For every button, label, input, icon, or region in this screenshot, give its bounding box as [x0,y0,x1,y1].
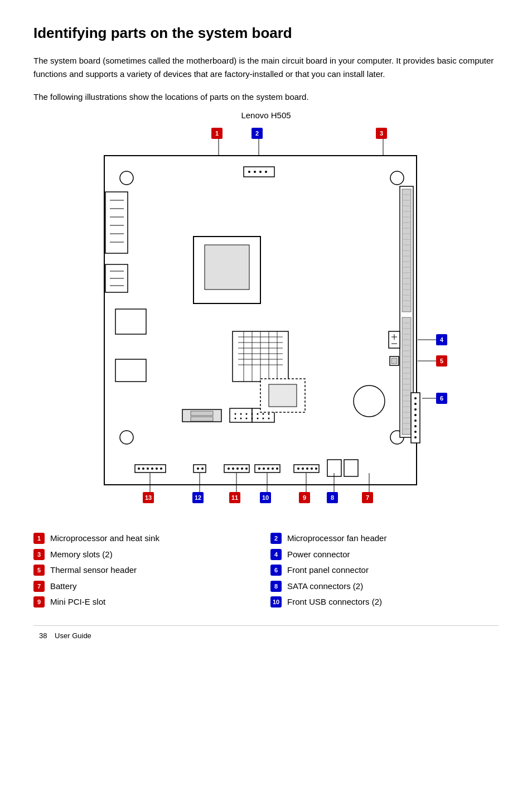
footer: 38 User Guide [33,625,499,642]
svg-point-119 [236,467,239,470]
svg-rect-27 [402,317,411,435]
part-badge-8: 8 [270,581,282,592]
svg-point-142 [414,420,417,422]
part-badge-9: 9 [33,596,45,608]
svg-text:12: 12 [195,494,201,501]
part-item-1: 1 Microprocessor and heat sink [33,532,254,545]
svg-point-104 [263,418,264,420]
svg-point-133 [315,467,317,470]
svg-text:2: 2 [255,130,259,137]
part-item-3: 3 Memory slots (2) [33,548,254,561]
part-label-7: Battery [50,580,77,593]
motherboard-diagram: 1 2 3 4 5 6 13 12 11 [71,125,461,515]
svg-point-111 [156,467,158,470]
svg-point-138 [414,397,417,399]
svg-point-127 [276,467,278,470]
svg-point-20 [254,171,256,173]
svg-rect-17 [115,359,146,382]
svg-point-3 [120,431,133,444]
part-label-3: Memory slots (2) [50,548,113,561]
svg-point-145 [414,436,417,438]
svg-point-94 [246,413,248,415]
part-badge-10: 10 [270,596,282,608]
part-item-4: 4 Power connector [270,548,491,561]
part-badge-1: 1 [33,533,45,544]
svg-point-96 [257,413,259,415]
svg-rect-147 [269,384,297,407]
svg-text:11: 11 [231,494,238,501]
svg-point-132 [311,467,313,470]
svg-rect-24 [205,245,249,290]
page-number: 38 [39,631,47,640]
svg-point-105 [268,418,270,420]
part-item-7: 7 Battery [33,580,254,593]
part-badge-4: 4 [270,549,282,560]
part-label-9: Mini PCI-E slot [50,596,105,609]
svg-point-123 [258,467,260,470]
part-badge-5: 5 [33,565,45,576]
svg-point-141 [414,414,417,416]
svg-text:9: 9 [303,494,306,501]
part-label-6: Front panel connector [287,564,369,577]
svg-point-107 [138,467,140,470]
svg-point-114 [197,467,199,470]
svg-point-108 [142,467,144,470]
svg-point-95 [252,413,253,415]
svg-point-109 [147,467,149,470]
svg-point-118 [232,467,234,470]
part-item-9: 9 Mini PCI-E slot [33,596,254,609]
svg-point-126 [272,467,274,470]
caption-paragraph: The following illustrations show the loc… [33,91,499,104]
svg-text:1: 1 [215,130,219,137]
svg-point-2 [390,171,404,185]
part-label-4: Power connector [287,548,350,561]
part-item-5: 5 Thermal sensor header [33,564,254,577]
svg-rect-88 [191,411,213,416]
svg-text:8: 8 [331,494,334,501]
part-badge-6: 6 [270,565,282,576]
part-item-10: 10 Front USB connectors (2) [270,596,491,609]
part-label-2: Microprocessor fan header [287,532,386,545]
svg-point-92 [235,413,236,415]
svg-point-93 [240,413,242,415]
svg-point-103 [257,418,259,420]
svg-point-99 [235,418,236,420]
svg-point-101 [246,418,248,420]
svg-rect-74 [391,358,397,364]
svg-text:3: 3 [380,130,383,137]
intro-paragraph: The system board (sometimes called the m… [33,54,499,81]
svg-point-19 [248,171,250,173]
svg-rect-5 [105,192,128,253]
svg-point-124 [263,467,265,470]
svg-rect-135 [344,460,358,476]
diagram-title: Lenovo H505 [241,109,291,122]
svg-point-143 [414,425,417,427]
svg-text:6: 6 [440,395,443,402]
svg-point-22 [265,171,267,173]
svg-rect-113 [194,465,206,472]
part-label-1: Microprocessor and heat sink [50,532,159,545]
svg-point-131 [306,467,308,470]
svg-point-130 [302,467,304,470]
page-title: Identifying parts on the system board [33,22,499,44]
svg-rect-89 [191,417,213,421]
svg-point-98 [268,413,270,415]
part-item-2: 2 Microprocessor fan header [270,532,491,545]
svg-point-117 [228,467,230,470]
svg-point-129 [297,467,299,470]
svg-point-112 [160,467,162,470]
guide-label: User Guide [55,631,91,640]
svg-point-97 [263,413,264,415]
part-label-8: SATA connectors (2) [287,580,363,593]
svg-point-21 [259,171,262,173]
svg-rect-16 [115,309,146,334]
svg-text:10: 10 [262,494,269,501]
part-label-5: Thermal sensor header [50,564,137,577]
svg-point-120 [241,467,243,470]
svg-point-1 [120,171,133,185]
svg-point-102 [252,418,253,420]
svg-point-125 [267,467,269,470]
svg-point-110 [151,467,153,470]
svg-rect-137 [411,393,420,443]
svg-text:7: 7 [366,494,369,501]
